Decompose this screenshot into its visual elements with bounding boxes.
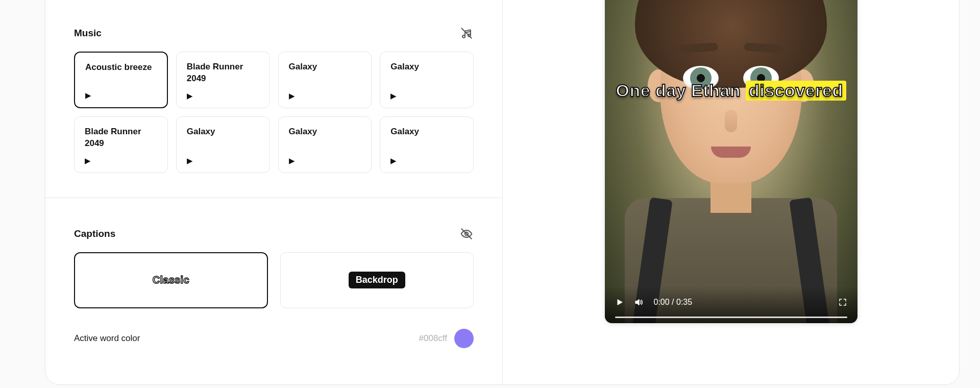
music-track-card[interactable]: Galaxy▶ <box>278 116 372 173</box>
subtitle-text: One day Ethan <box>616 81 741 100</box>
music-section: Music Acoustic breeze▶Blade Runner 2049▶… <box>45 0 502 198</box>
captions-visibility-icon[interactable] <box>459 227 474 241</box>
music-track-card[interactable]: Blade Runner 2049▶ <box>74 116 168 173</box>
music-title: Music <box>74 28 102 39</box>
svg-marker-5 <box>617 299 623 305</box>
active-word-color-label: Active word color <box>74 333 140 344</box>
subtitle-highlighted-word: discovered <box>746 81 846 101</box>
music-track-title: Blade Runner 2049 <box>187 61 259 85</box>
music-grid: Acoustic breeze▶Blade Runner 2049▶Galaxy… <box>74 52 474 173</box>
editor-window: Music Acoustic breeze▶Blade Runner 2049▶… <box>45 0 960 385</box>
video-time: 0:00 / 0:35 <box>654 298 693 307</box>
caption-style-classic-label: Classic <box>153 274 189 286</box>
svg-marker-6 <box>635 300 639 305</box>
music-track-card[interactable]: Galaxy▶ <box>380 52 474 108</box>
play-icon[interactable]: ▶ <box>390 92 463 100</box>
music-track-title: Blade Runner 2049 <box>85 126 157 150</box>
play-icon[interactable]: ▶ <box>289 157 361 164</box>
caption-style-classic[interactable]: Classic <box>74 252 268 308</box>
music-mute-icon[interactable] <box>459 26 474 40</box>
music-track-title: Acoustic breeze <box>85 62 157 74</box>
music-track-title: Galaxy <box>289 61 361 73</box>
music-track-card[interactable]: Blade Runner 2049▶ <box>176 52 270 108</box>
volume-button[interactable] <box>634 298 644 307</box>
video-progress[interactable] <box>615 317 847 318</box>
play-icon[interactable]: ▶ <box>85 157 157 164</box>
play-button[interactable] <box>615 298 624 307</box>
caption-style-backdrop-label: Backdrop <box>349 272 405 288</box>
play-icon[interactable]: ▶ <box>85 91 157 99</box>
music-track-title: Galaxy <box>390 126 463 138</box>
music-track-card[interactable]: Acoustic breeze▶ <box>74 52 168 108</box>
captions-title: Captions <box>74 228 115 239</box>
video-preview[interactable]: One day Ethan discovered 0:00 / 0:35 <box>605 0 857 323</box>
preview-illustration <box>605 0 857 323</box>
active-word-color-swatch[interactable] <box>454 329 474 348</box>
caption-style-backdrop[interactable]: Backdrop <box>280 252 474 308</box>
fullscreen-button[interactable] <box>838 298 847 307</box>
play-icon[interactable]: ▶ <box>289 92 361 100</box>
play-icon[interactable]: ▶ <box>187 157 259 164</box>
preview-subtitle: One day Ethan discovered <box>605 81 857 101</box>
music-track-title: Galaxy <box>289 126 361 138</box>
music-track-card[interactable]: Galaxy▶ <box>176 116 270 173</box>
active-word-color-row: Active word color #008cff <box>74 329 474 348</box>
music-track-card[interactable]: Galaxy▶ <box>380 116 474 173</box>
video-controls: 0:00 / 0:35 <box>605 286 857 323</box>
music-track-title: Galaxy <box>390 61 463 73</box>
music-track-card[interactable]: Galaxy▶ <box>278 52 372 108</box>
preview-pane: One day Ethan discovered 0:00 / 0:35 <box>503 0 959 384</box>
music-header: Music <box>74 26 474 40</box>
play-icon[interactable]: ▶ <box>187 92 259 100</box>
caption-style-grid: Classic Backdrop <box>74 252 474 308</box>
settings-pane: Music Acoustic breeze▶Blade Runner 2049▶… <box>45 0 503 384</box>
music-track-title: Galaxy <box>187 126 259 138</box>
captions-header: Captions <box>74 227 474 241</box>
captions-section: Captions Classic Backdrop A <box>45 198 502 373</box>
play-icon[interactable]: ▶ <box>390 157 463 164</box>
active-word-color-hex: #008cff <box>419 333 447 344</box>
